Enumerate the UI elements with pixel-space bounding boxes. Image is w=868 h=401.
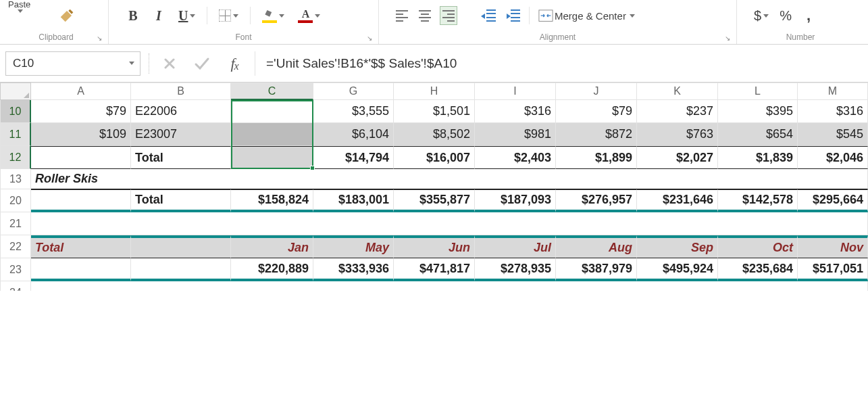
- cell[interactable]: [31, 281, 868, 291]
- cell[interactable]: $278,935: [475, 258, 556, 281]
- decrease-indent-button[interactable]: [480, 6, 498, 25]
- cell[interactable]: $545: [798, 123, 868, 146]
- cell[interactable]: $517,051: [798, 258, 868, 281]
- row-header-13[interactable]: 13: [0, 169, 31, 189]
- cell[interactable]: $355,877: [394, 189, 475, 212]
- align-center-button[interactable]: [417, 6, 433, 25]
- row-header-11[interactable]: 11: [0, 123, 31, 146]
- cell[interactable]: $276,957: [556, 189, 637, 212]
- cell[interactable]: [231, 100, 313, 123]
- cell[interactable]: $763: [637, 123, 718, 146]
- font-color-button[interactable]: A: [296, 6, 322, 25]
- enter-formula-button[interactable]: [190, 51, 214, 76]
- cell[interactable]: $981: [475, 123, 556, 146]
- dialog-launcher-icon[interactable]: ↘: [95, 34, 104, 43]
- cell[interactable]: $79: [31, 100, 131, 123]
- cell[interactable]: Total: [131, 146, 231, 169]
- bold-button[interactable]: B: [125, 6, 141, 25]
- cell[interactable]: May: [313, 235, 394, 258]
- cell[interactable]: [231, 123, 313, 146]
- cell[interactable]: Oct: [718, 235, 798, 258]
- cell[interactable]: Roller Skis: [31, 169, 868, 189]
- col-header-A[interactable]: A: [31, 82, 131, 100]
- paste-button-label[interactable]: Paste: [8, 0, 30, 9]
- cell[interactable]: [31, 189, 131, 212]
- cell[interactable]: Total: [31, 235, 131, 258]
- comma-format-button[interactable]: ,: [800, 6, 817, 25]
- cell[interactable]: E22006: [131, 100, 231, 123]
- cell[interactable]: $2,027: [637, 146, 718, 169]
- format-painter-icon[interactable]: [57, 6, 76, 25]
- cell[interactable]: [31, 258, 131, 281]
- cell[interactable]: $220,889: [231, 258, 313, 281]
- col-header-L[interactable]: L: [718, 82, 798, 100]
- cell[interactable]: $3,555: [313, 100, 394, 123]
- cell[interactable]: Nov: [798, 235, 868, 258]
- name-box[interactable]: [5, 51, 141, 76]
- cell[interactable]: $231,646: [637, 189, 718, 212]
- dialog-launcher-icon[interactable]: ↘: [723, 34, 732, 43]
- col-header-M[interactable]: M: [798, 82, 868, 100]
- cell[interactable]: $8,502: [394, 123, 475, 146]
- increase-indent-button[interactable]: [505, 6, 522, 25]
- cell[interactable]: $387,979: [556, 258, 637, 281]
- cell[interactable]: [31, 212, 868, 235]
- cell[interactable]: $158,824: [231, 189, 313, 212]
- cell[interactable]: $6,104: [313, 123, 394, 146]
- cancel-formula-button[interactable]: [157, 51, 182, 76]
- cell[interactable]: $333,936: [313, 258, 394, 281]
- row-header-22[interactable]: 22: [0, 235, 31, 258]
- cell[interactable]: $1,899: [556, 146, 637, 169]
- cell[interactable]: Total: [131, 189, 231, 212]
- cell[interactable]: $654: [718, 123, 798, 146]
- col-header-H[interactable]: H: [394, 82, 475, 100]
- cell[interactable]: $1,839: [718, 146, 798, 169]
- dialog-launcher-icon[interactable]: ↘: [365, 34, 374, 43]
- cell[interactable]: [231, 146, 313, 169]
- cell[interactable]: $316: [475, 100, 556, 123]
- col-header-I[interactable]: I: [475, 82, 556, 100]
- cell[interactable]: Sep: [637, 235, 718, 258]
- borders-button[interactable]: [217, 6, 240, 25]
- underline-button[interactable]: U: [176, 6, 197, 25]
- col-header-C[interactable]: C: [231, 82, 313, 100]
- spreadsheet-grid[interactable]: A B C G H I J K L M 10 $79 E22006 $3,555…: [0, 82, 868, 291]
- formula-input[interactable]: [263, 53, 863, 74]
- col-header-B[interactable]: B: [131, 82, 231, 100]
- row-header-24[interactable]: 24: [0, 281, 31, 291]
- italic-button[interactable]: I: [151, 6, 167, 25]
- fill-color-button[interactable]: [260, 6, 286, 25]
- row-header-23[interactable]: 23: [0, 258, 31, 281]
- row-header-21[interactable]: 21: [0, 212, 31, 235]
- col-header-J[interactable]: J: [556, 82, 637, 100]
- cell[interactable]: $395: [718, 100, 798, 123]
- cell[interactable]: $2,046: [798, 146, 868, 169]
- cell[interactable]: [131, 235, 231, 258]
- cell[interactable]: $235,684: [718, 258, 798, 281]
- insert-function-button[interactable]: fx: [222, 51, 247, 76]
- align-right-button[interactable]: [440, 6, 457, 25]
- cell[interactable]: Aug: [556, 235, 637, 258]
- col-header-G[interactable]: G: [313, 82, 394, 100]
- cell[interactable]: Jan: [231, 235, 313, 258]
- cell[interactable]: $471,817: [394, 258, 475, 281]
- cell[interactable]: $1,501: [394, 100, 475, 123]
- cell[interactable]: [31, 146, 131, 169]
- name-box-input[interactable]: [11, 56, 127, 71]
- cell[interactable]: $237: [637, 100, 718, 123]
- cell[interactable]: $187,093: [475, 189, 556, 212]
- cell[interactable]: $79: [556, 100, 637, 123]
- cell[interactable]: $16,007: [394, 146, 475, 169]
- merge-center-button[interactable]: Merge & Center: [536, 6, 651, 25]
- cell[interactable]: $14,794: [313, 146, 394, 169]
- cell[interactable]: $109: [31, 123, 131, 146]
- cell[interactable]: $295,664: [798, 189, 868, 212]
- cell[interactable]: $872: [556, 123, 637, 146]
- cell[interactable]: [131, 258, 231, 281]
- cell[interactable]: E23007: [131, 123, 231, 146]
- accounting-format-button[interactable]: $: [752, 6, 771, 25]
- row-header-12[interactable]: 12: [0, 146, 31, 169]
- select-all-corner[interactable]: [0, 82, 31, 100]
- cell[interactable]: $316: [798, 100, 868, 123]
- cell[interactable]: $183,001: [313, 189, 394, 212]
